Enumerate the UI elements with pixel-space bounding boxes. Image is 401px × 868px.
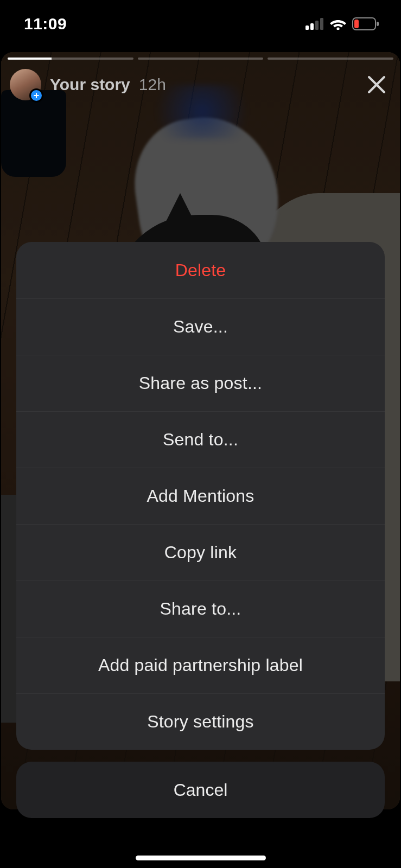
svg-rect-0 [305, 25, 309, 30]
story-owner-label[interactable]: Your story [50, 75, 130, 94]
option-copy-link[interactable]: Copy link [16, 524, 385, 580]
wifi-icon [329, 18, 347, 30]
svg-rect-2 [315, 21, 319, 30]
action-sheet: Delete Save... Share as post... Send to.… [16, 242, 385, 818]
action-sheet-cancel: Cancel [16, 762, 385, 818]
cellular-icon [305, 18, 324, 30]
status-bar: 11:09 [0, 0, 401, 48]
story-progress [8, 58, 393, 61]
svg-rect-6 [377, 22, 379, 26]
svg-rect-7 [354, 20, 359, 28]
avatar[interactable]: + [10, 69, 41, 100]
svg-rect-3 [320, 18, 323, 30]
option-share-as-post[interactable]: Share as post... [16, 355, 385, 411]
option-add-mentions[interactable]: Add Mentions [16, 468, 385, 524]
battery-low-icon [352, 17, 379, 30]
svg-rect-1 [310, 23, 314, 30]
option-story-settings[interactable]: Story settings [16, 693, 385, 750]
action-sheet-options: Delete Save... Share as post... Send to.… [16, 242, 385, 750]
svg-point-4 [336, 27, 339, 30]
home-indicator[interactable] [136, 856, 266, 860]
cancel-button[interactable]: Cancel [16, 762, 385, 818]
add-story-badge-icon: + [29, 88, 43, 103]
status-time: 11:09 [24, 15, 67, 33]
status-icons [305, 17, 379, 30]
option-share-to[interactable]: Share to... [16, 580, 385, 637]
close-icon [366, 74, 387, 95]
story-header: + Your story 12h [10, 67, 391, 102]
option-send-to[interactable]: Send to... [16, 411, 385, 468]
close-button[interactable] [362, 70, 391, 99]
option-delete[interactable]: Delete [16, 242, 385, 298]
option-save[interactable]: Save... [16, 298, 385, 355]
option-add-paid-partnership[interactable]: Add paid partnership label [16, 637, 385, 693]
story-progress-segment [268, 58, 393, 60]
story-progress-segment [138, 58, 264, 60]
story-age-label: 12h [139, 75, 166, 94]
story-progress-segment [8, 58, 133, 60]
